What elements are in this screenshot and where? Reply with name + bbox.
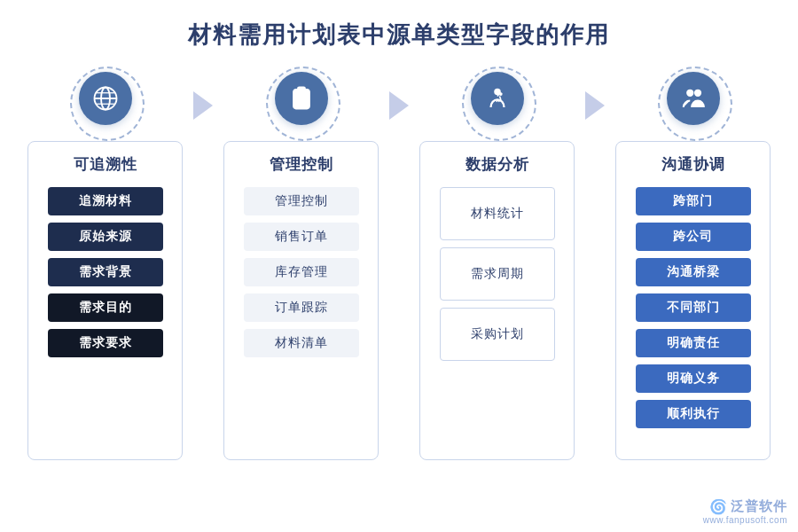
list-item: 订单跟踪 [244, 293, 359, 322]
col-title-traceability: 可追溯性 [74, 154, 137, 175]
list-item: 需求目的 [48, 293, 163, 322]
page-title: 材料需用计划表中源单类型字段的作用 [0, 0, 798, 66]
icon-wrapper-person [462, 66, 533, 137]
svg-rect-9 [298, 88, 305, 92]
card-management: 管理控制 管理控制 销售订单 库存管理 订单跟踪 材料清单 [223, 141, 379, 460]
arrow-3 [581, 91, 609, 120]
col-title-management: 管理控制 [270, 154, 333, 175]
watermark: 🌀 泛普软件 www.fanpusoft.com [703, 498, 787, 525]
column-management: 管理控制 管理控制 销售订单 库存管理 订单跟踪 材料清单 [217, 66, 385, 460]
watermark-url: www.fanpusoft.com [703, 515, 787, 525]
svg-point-10 [494, 89, 501, 96]
list-item: 管理控制 [244, 187, 359, 215]
arrow-2 [385, 91, 413, 120]
column-data-analysis: 数据分析 材料统计 需求周期 采购计划 [413, 66, 581, 460]
list-item: 销售订单 [244, 223, 359, 251]
arrow-chevron-icon [585, 91, 605, 120]
list-item: 跨部门 [636, 187, 751, 215]
person-icon [471, 72, 524, 125]
column-traceability: 可追溯性 追溯材料 原始来源 需求背景 需求目的 需求要求 [21, 66, 189, 460]
list-item: 需求要求 [48, 329, 163, 357]
arrow-1 [189, 91, 217, 120]
list-item: 明确责任 [636, 329, 751, 357]
card-data-analysis: 数据分析 材料统计 需求周期 采购计划 [419, 141, 575, 460]
svg-point-1 [101, 88, 110, 110]
clipboard-icon [275, 72, 328, 125]
arrow-chevron-icon [193, 91, 213, 120]
list-item: 不同部门 [636, 293, 751, 322]
svg-rect-5 [293, 90, 309, 108]
list-item: 沟通桥梁 [636, 258, 751, 286]
people-icon [667, 72, 720, 125]
globe-icon [79, 72, 132, 125]
svg-point-13 [694, 90, 700, 96]
watermark-brand-row: 🌀 泛普软件 [709, 498, 787, 515]
svg-point-0 [94, 88, 116, 110]
list-item: 采购计划 [440, 308, 555, 361]
watermark-brand-name: 泛普软件 [731, 498, 787, 515]
list-item: 明确义务 [636, 364, 751, 393]
card-traceability: 可追溯性 追溯材料 原始来源 需求背景 需求目的 需求要求 [27, 141, 183, 460]
card-communication: 沟通协调 跨部门 跨公司 沟通桥梁 不同部门 明确责任 明确义务 顺利执行 [615, 141, 771, 460]
list-item: 顺利执行 [636, 400, 751, 428]
svg-point-12 [687, 90, 692, 96]
icon-wrapper-globe [70, 66, 141, 137]
list-item: 材料清单 [244, 329, 359, 357]
list-item: 跨公司 [636, 223, 751, 251]
svg-point-11 [498, 92, 502, 96]
list-item: 需求周期 [440, 247, 555, 301]
list-item: 库存管理 [244, 258, 359, 286]
list-item: 原始来源 [48, 223, 163, 251]
col-title-communication: 沟通协调 [661, 154, 725, 175]
list-item: 需求背景 [48, 258, 163, 286]
arrow-chevron-icon [389, 91, 409, 120]
col-title-data-analysis: 数据分析 [466, 154, 529, 175]
icon-wrapper-people [658, 66, 729, 137]
list-item: 追溯材料 [48, 187, 163, 215]
column-communication: 沟通协调 跨部门 跨公司 沟通桥梁 不同部门 明确责任 明确义务 顺利执行 [609, 66, 777, 460]
columns-container: 可追溯性 追溯材料 原始来源 需求背景 需求目的 需求要求 管理 [0, 66, 798, 460]
list-item: 材料统计 [440, 187, 555, 240]
icon-wrapper-clipboard [266, 66, 337, 137]
